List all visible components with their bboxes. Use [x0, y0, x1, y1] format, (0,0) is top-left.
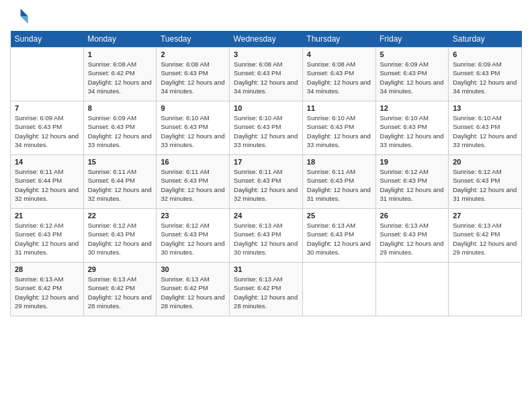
- day-cell: 13Sunrise: 6:10 AMSunset: 6:43 PMDayligh…: [449, 101, 522, 155]
- day-cell: 22Sunrise: 6:12 AMSunset: 6:43 PMDayligh…: [83, 209, 157, 263]
- day-cell: 25Sunrise: 6:13 AMSunset: 6:43 PMDayligh…: [302, 209, 375, 263]
- day-number: 13: [453, 104, 517, 112]
- day-info: Sunrise: 6:08 AMSunset: 6:42 PMDaylight:…: [88, 60, 152, 95]
- day-cell: 24Sunrise: 6:13 AMSunset: 6:43 PMDayligh…: [230, 209, 303, 263]
- day-info: Sunrise: 6:13 AMSunset: 6:42 PMDaylight:…: [15, 275, 79, 310]
- day-info: Sunrise: 6:09 AMSunset: 6:43 PMDaylight:…: [380, 60, 445, 95]
- day-info: Sunrise: 6:11 AMSunset: 6:43 PMDaylight:…: [161, 167, 225, 203]
- day-cell: [302, 263, 375, 316]
- logo: [10, 7, 32, 26]
- day-number: 22: [88, 212, 152, 220]
- day-info: Sunrise: 6:12 AMSunset: 6:43 PMDaylight:…: [88, 221, 152, 257]
- day-info: Sunrise: 6:11 AMSunset: 6:43 PMDaylight:…: [234, 167, 298, 203]
- day-cell: 1Sunrise: 6:08 AMSunset: 6:42 PMDaylight…: [83, 48, 157, 101]
- day-info: Sunrise: 6:10 AMSunset: 6:43 PMDaylight:…: [234, 113, 298, 149]
- day-number: 29: [88, 265, 152, 273]
- day-cell: 14Sunrise: 6:11 AMSunset: 6:44 PMDayligh…: [11, 155, 84, 209]
- day-info: Sunrise: 6:13 AMSunset: 6:42 PMDaylight:…: [161, 275, 225, 310]
- header-day: Saturday: [449, 31, 522, 48]
- day-cell: 30Sunrise: 6:13 AMSunset: 6:42 PMDayligh…: [157, 263, 230, 316]
- day-number: 19: [380, 158, 445, 166]
- day-cell: 23Sunrise: 6:12 AMSunset: 6:43 PMDayligh…: [157, 209, 230, 263]
- day-number: 30: [161, 265, 225, 273]
- day-info: Sunrise: 6:13 AMSunset: 6:42 PMDaylight:…: [88, 275, 152, 310]
- day-cell: 7Sunrise: 6:09 AMSunset: 6:43 PMDaylight…: [11, 101, 84, 155]
- header-day: Sunday: [11, 31, 84, 48]
- day-info: Sunrise: 6:09 AMSunset: 6:43 PMDaylight:…: [453, 60, 517, 95]
- day-info: Sunrise: 6:12 AMSunset: 6:43 PMDaylight:…: [380, 167, 445, 203]
- day-number: 21: [15, 212, 79, 220]
- day-cell: 5Sunrise: 6:09 AMSunset: 6:43 PMDaylight…: [375, 48, 449, 101]
- day-number: 11: [307, 104, 371, 112]
- day-info: Sunrise: 6:10 AMSunset: 6:43 PMDaylight:…: [453, 113, 517, 149]
- day-info: Sunrise: 6:09 AMSunset: 6:43 PMDaylight:…: [15, 113, 79, 149]
- day-number: 10: [234, 104, 298, 112]
- day-info: Sunrise: 6:13 AMSunset: 6:43 PMDaylight:…: [234, 221, 298, 257]
- day-number: 3: [234, 50, 298, 58]
- header-day: Monday: [83, 31, 157, 48]
- week-row: 21Sunrise: 6:12 AMSunset: 6:43 PMDayligh…: [11, 209, 522, 263]
- day-number: 6: [453, 50, 517, 58]
- day-cell: 4Sunrise: 6:08 AMSunset: 6:43 PMDaylight…: [302, 48, 375, 101]
- calendar-table: SundayMondayTuesdayWednesdayThursdayFrid…: [10, 31, 522, 316]
- day-info: Sunrise: 6:12 AMSunset: 6:43 PMDaylight:…: [161, 221, 225, 257]
- week-row: 7Sunrise: 6:09 AMSunset: 6:43 PMDaylight…: [11, 101, 522, 155]
- day-cell: 11Sunrise: 6:10 AMSunset: 6:43 PMDayligh…: [302, 101, 375, 155]
- day-cell: 31Sunrise: 6:13 AMSunset: 6:42 PMDayligh…: [230, 263, 303, 316]
- day-number: 15: [88, 158, 152, 166]
- header-row: SundayMondayTuesdayWednesdayThursdayFrid…: [11, 31, 522, 48]
- day-number: 14: [15, 158, 79, 166]
- day-number: 27: [453, 212, 517, 220]
- day-cell: [449, 263, 522, 316]
- day-number: 2: [161, 50, 225, 58]
- day-cell: 9Sunrise: 6:10 AMSunset: 6:43 PMDaylight…: [157, 101, 230, 155]
- day-info: Sunrise: 6:08 AMSunset: 6:43 PMDaylight:…: [234, 60, 298, 95]
- day-number: 24: [234, 212, 298, 220]
- week-row: 14Sunrise: 6:11 AMSunset: 6:44 PMDayligh…: [11, 155, 522, 209]
- day-info: Sunrise: 6:09 AMSunset: 6:43 PMDaylight:…: [88, 113, 152, 149]
- day-cell: 26Sunrise: 6:13 AMSunset: 6:43 PMDayligh…: [375, 209, 449, 263]
- day-number: 9: [161, 104, 225, 112]
- day-cell: 27Sunrise: 6:13 AMSunset: 6:42 PMDayligh…: [449, 209, 522, 263]
- svg-marker-0: [20, 9, 28, 16]
- day-number: 20: [453, 158, 517, 166]
- day-info: Sunrise: 6:10 AMSunset: 6:43 PMDaylight:…: [307, 113, 371, 149]
- day-number: 8: [88, 104, 152, 112]
- day-cell: [11, 48, 84, 101]
- day-number: 16: [161, 158, 225, 166]
- day-number: 25: [307, 212, 371, 220]
- day-info: Sunrise: 6:12 AMSunset: 6:43 PMDaylight:…: [15, 221, 79, 257]
- day-cell: 6Sunrise: 6:09 AMSunset: 6:43 PMDaylight…: [449, 48, 522, 101]
- day-info: Sunrise: 6:12 AMSunset: 6:43 PMDaylight:…: [453, 167, 517, 203]
- day-cell: 29Sunrise: 6:13 AMSunset: 6:42 PMDayligh…: [83, 263, 157, 316]
- day-cell: 21Sunrise: 6:12 AMSunset: 6:43 PMDayligh…: [11, 209, 84, 263]
- day-cell: 2Sunrise: 6:08 AMSunset: 6:43 PMDaylight…: [157, 48, 230, 101]
- svg-marker-1: [20, 16, 28, 24]
- day-number: 26: [380, 212, 445, 220]
- day-number: 28: [15, 265, 79, 273]
- day-info: Sunrise: 6:13 AMSunset: 6:42 PMDaylight:…: [234, 275, 298, 310]
- header-day: Tuesday: [157, 31, 230, 48]
- day-info: Sunrise: 6:08 AMSunset: 6:43 PMDaylight:…: [307, 60, 371, 95]
- day-cell: 10Sunrise: 6:10 AMSunset: 6:43 PMDayligh…: [230, 101, 303, 155]
- day-number: 7: [15, 104, 79, 112]
- day-cell: 17Sunrise: 6:11 AMSunset: 6:43 PMDayligh…: [230, 155, 303, 209]
- day-cell: [375, 263, 449, 316]
- day-cell: 15Sunrise: 6:11 AMSunset: 6:44 PMDayligh…: [83, 155, 157, 209]
- svg-rect-2: [12, 9, 21, 24]
- week-row: 28Sunrise: 6:13 AMSunset: 6:42 PMDayligh…: [11, 263, 522, 316]
- header-day: Friday: [375, 31, 449, 48]
- day-cell: 16Sunrise: 6:11 AMSunset: 6:43 PMDayligh…: [157, 155, 230, 209]
- day-number: 4: [307, 50, 371, 58]
- day-number: 5: [380, 50, 445, 58]
- header-day: Wednesday: [230, 31, 303, 48]
- day-info: Sunrise: 6:08 AMSunset: 6:43 PMDaylight:…: [161, 60, 225, 95]
- day-cell: 19Sunrise: 6:12 AMSunset: 6:43 PMDayligh…: [375, 155, 449, 209]
- page: SundayMondayTuesdayWednesdayThursdayFrid…: [0, 0, 532, 411]
- day-info: Sunrise: 6:13 AMSunset: 6:42 PMDaylight:…: [453, 221, 517, 257]
- day-info: Sunrise: 6:13 AMSunset: 6:43 PMDaylight:…: [307, 221, 371, 257]
- day-number: 1: [88, 50, 152, 58]
- day-cell: 8Sunrise: 6:09 AMSunset: 6:43 PMDaylight…: [83, 101, 157, 155]
- day-cell: 12Sunrise: 6:10 AMSunset: 6:43 PMDayligh…: [375, 101, 449, 155]
- day-info: Sunrise: 6:11 AMSunset: 6:44 PMDaylight:…: [88, 167, 152, 203]
